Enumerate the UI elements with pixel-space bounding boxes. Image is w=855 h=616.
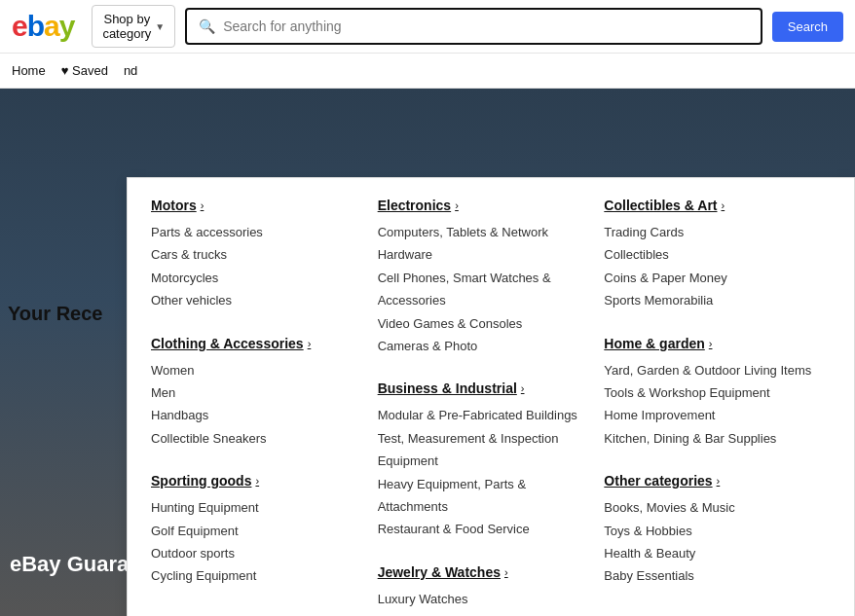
other-item-2[interactable]: Toys & Hobbies [604,520,815,542]
electronics-item-1[interactable]: Computers, Tablets & Network Hardware [378,221,589,267]
other-title[interactable]: Other categories › [604,473,815,489]
home-item-2[interactable]: Tools & Workshop Equipment [604,381,815,404]
search-input[interactable] [223,18,749,34]
collectibles-item-3[interactable]: Coins & Paper Money [604,267,815,289]
section-sporting: Sporting goods › Hunting Equipment Golf … [151,473,362,588]
clothing-title[interactable]: Clothing & Accessories › [151,336,362,351]
sporting-item-3[interactable]: Outdoor sports [151,542,362,564]
clothing-item-1[interactable]: Women [151,359,362,381]
dropdown-col-2: Electronics › Computers, Tablets & Netwo… [378,198,605,616]
clothing-item-4[interactable]: Collectible Sneakers [151,427,362,450]
business-item-1[interactable]: Modular & Pre-Fabricated Buildings [378,404,589,426]
shop-by-button[interactable]: Shop bycategory ▼ [92,5,175,48]
electronics-item-4[interactable]: Cameras & Photo [378,335,589,357]
business-arrow: › [521,382,525,394]
business-title[interactable]: Business & Industrial › [378,380,589,396]
ebay-logo[interactable]: ebay [12,10,74,43]
electronics-arrow: › [455,199,459,211]
clothing-arrow: › [308,338,312,349]
electronics-item-2[interactable]: Cell Phones, Smart Watches & Accessories [378,267,589,312]
chevron-down-icon: ▼ [155,21,165,32]
collectibles-arrow: › [722,199,725,211]
sporting-item-1[interactable]: Hunting Equipment [151,496,362,519]
clothing-item-2[interactable]: Men [151,381,362,404]
guarantee-text: eBay Guara [0,552,129,577]
collectibles-item-2[interactable]: Collectibles [604,243,815,266]
nav-other[interactable]: nd [124,63,137,78]
jewelry-item-1[interactable]: Luxury Watches [378,588,589,610]
nav-home[interactable]: Home [12,63,46,78]
search-button[interactable]: Search [772,12,843,42]
section-clothing: Clothing & Accessories › Women Men Handb… [151,336,362,451]
sporting-item-4[interactable]: Cycling Equipment [151,564,362,587]
section-home: Home & garden › Yard, Garden & Outdoor L… [604,336,815,451]
category-dropdown: Motors › Parts & accessories Cars & truc… [127,177,855,616]
motors-arrow: › [201,199,204,211]
dropdown-col-3: Collectibles & Art › Trading Cards Colle… [604,198,831,616]
motors-item-3[interactable]: Motorcycles [151,267,362,289]
home-item-1[interactable]: Yard, Garden & Outdoor Living Items [604,359,815,381]
other-item-1[interactable]: Books, Movies & Music [604,496,815,519]
shop-by-label: Shop bycategory [102,12,151,41]
nav-saved[interactable]: ♥ Saved [61,63,108,78]
business-item-2[interactable]: Test, Measurement & Inspection Equipment [378,427,589,473]
section-motors: Motors › Parts & accessories Cars & truc… [151,198,362,312]
collectibles-item-4[interactable]: Sports Memorabilia [604,289,815,311]
nav-bar: Home ♥ Saved nd [0,54,855,89]
sporting-item-2[interactable]: Golf Equipment [151,520,362,542]
business-item-4[interactable]: Restaurant & Food Service [378,518,589,540]
collectibles-title[interactable]: Collectibles & Art › [604,198,815,213]
motors-title[interactable]: Motors › [151,198,362,213]
other-item-4[interactable]: Baby Essentials [604,564,815,587]
motors-item-4[interactable]: Other vehicles [151,289,362,311]
sporting-title[interactable]: Sporting goods › [151,473,362,489]
section-business: Business & Industrial › Modular & Pre-Fa… [378,380,589,540]
dropdown-col-1: Motors › Parts & accessories Cars & truc… [151,198,378,616]
other-item-3[interactable]: Health & Beauty [604,542,815,564]
home-arrow: › [709,338,713,349]
header: ebay Shop bycategory ▼ 🔍 Search [0,0,855,54]
motors-item-1[interactable]: Parts & accessories [151,221,362,243]
collectibles-item-1[interactable]: Trading Cards [604,221,815,243]
jewelry-title[interactable]: Jewelry & Watches › [378,564,589,580]
recent-text: Your Rece [8,303,102,325]
section-collectibles: Collectibles & Art › Trading Cards Colle… [604,198,815,312]
business-item-3[interactable]: Heavy Equipment, Parts & Attachments [378,473,589,519]
sporting-arrow: › [255,475,259,487]
clothing-item-3[interactable]: Handbags [151,404,362,426]
other-arrow: › [717,475,721,487]
dropdown-main: Motors › Parts & accessories Cars & truc… [128,178,854,616]
electronics-title[interactable]: Electronics › [378,198,589,213]
section-jewelry: Jewelry & Watches › Luxury Watches Wrist… [378,564,589,616]
search-bar: 🔍 [185,8,762,45]
background-content: eBay Guara Your Rece Motors › Parts & ac… [0,89,855,616]
home-item-4[interactable]: Kitchen, Dining & Bar Supplies [604,427,815,450]
jewelry-item-2[interactable]: Wristwatches [378,610,589,616]
home-title[interactable]: Home & garden › [604,336,815,351]
search-icon: 🔍 [199,18,215,34]
electronics-item-3[interactable]: Video Games & Consoles [378,312,589,335]
section-other: Other categories › Books, Movies & Music… [604,473,815,588]
jewelry-arrow: › [504,566,508,578]
home-item-3[interactable]: Home Improvement [604,404,815,426]
motors-item-2[interactable]: Cars & trucks [151,243,362,266]
section-electronics: Electronics › Computers, Tablets & Netwo… [378,198,589,357]
